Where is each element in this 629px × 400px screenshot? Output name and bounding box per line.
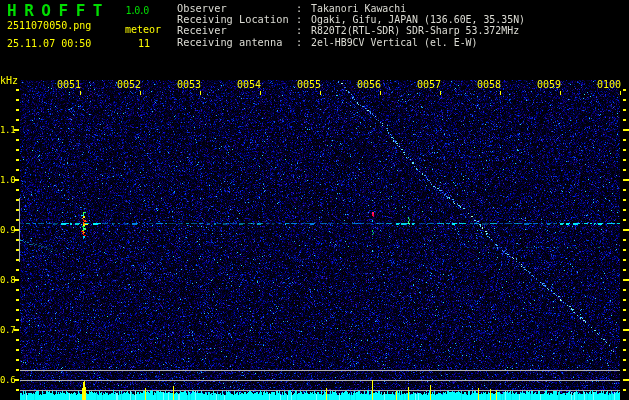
- x-axis-label-0059: 0059: [537, 80, 561, 90]
- station-info-row: Receiving Location:Ogaki, Gifu, JAPAN (1…: [177, 14, 525, 25]
- y-axis-label-1.1: 1.1: [0, 126, 13, 135]
- app-title: H R O F F T: [7, 3, 101, 19]
- station-info-colon: :: [296, 25, 311, 36]
- y-axis-label-0.8: 0.8: [0, 276, 13, 285]
- station-info-colon: :: [296, 37, 311, 48]
- x-axis-label-0058: 0058: [477, 80, 501, 90]
- station-info-value: Takanori Kawachi: [311, 3, 406, 14]
- y-axis-label-0.7: 0.7: [0, 326, 13, 335]
- spectrogram-canvas: [0, 0, 629, 400]
- station-info-label: Receiver: [177, 25, 296, 36]
- station-info-block: Observer:Takanori KawachiReceiving Locat…: [177, 3, 525, 48]
- y-axis-unit-label: kHz: [0, 76, 18, 86]
- output-filename: 2511070050.png: [7, 21, 91, 31]
- station-info-row: Receiving antenna:2el-HB9CV Vertical (el…: [177, 37, 525, 48]
- y-axis-label-0.9: 0.9: [0, 226, 13, 235]
- station-info-value: R820T2(RTL-SDR) SDR-Sharp 53.372MHz: [311, 25, 519, 36]
- station-info-value: 2el-HB9CV Vertical (el. E-W): [311, 37, 477, 48]
- x-axis-label-0057: 0057: [417, 80, 441, 90]
- x-axis-label-0051: 0051: [57, 80, 81, 90]
- observation-mode: meteor: [125, 25, 161, 35]
- app-version: 1.0.0: [126, 6, 148, 16]
- y-axis-label-0.6: 0.6: [0, 376, 13, 385]
- x-axis-label-0054: 0054: [237, 80, 261, 90]
- x-axis-label-0052: 0052: [117, 80, 141, 90]
- station-info-label: Receiving antenna: [177, 37, 296, 48]
- frame-datetime: 25.11.07 00:50: [7, 39, 91, 49]
- x-axis-label-0053: 0053: [177, 80, 201, 90]
- y-axis-label-1.0: 1.0: [0, 176, 13, 185]
- x-axis-label-0056: 0056: [357, 80, 381, 90]
- hrofft-app-window: H R O F F T 1.0.0 2511070050.png meteor …: [0, 0, 629, 400]
- echo-count: 11: [138, 39, 150, 49]
- x-axis-label-0100: 0100: [597, 80, 621, 90]
- station-info-row: Receiver:R820T2(RTL-SDR) SDR-Sharp 53.37…: [177, 25, 525, 36]
- station-info-value: Ogaki, Gifu, JAPAN (136.60E, 35.35N): [311, 14, 525, 25]
- x-axis-label-0055: 0055: [297, 80, 321, 90]
